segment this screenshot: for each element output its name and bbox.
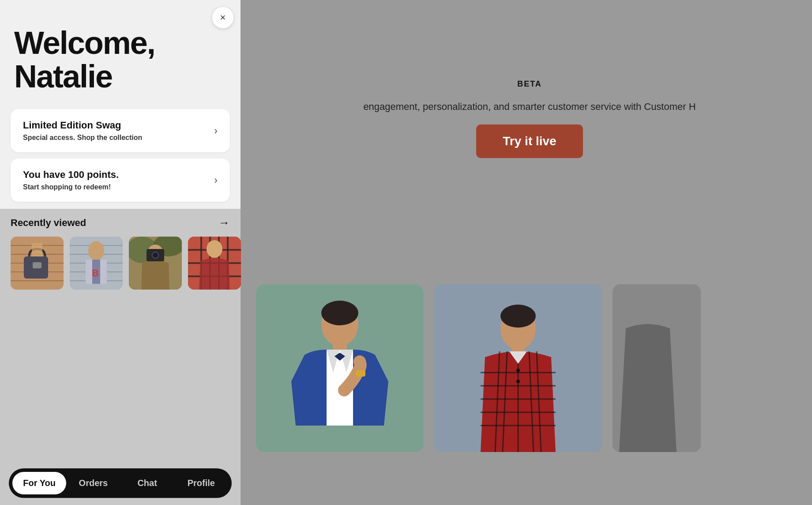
- welcome-line2: Natalie: [14, 59, 112, 94]
- svg-point-50: [153, 253, 158, 258]
- close-button[interactable]: ×: [212, 7, 233, 28]
- action-cards-container: Limited Edition Swag Special access. Sho…: [0, 102, 241, 209]
- recently-viewed-arrow[interactable]: →: [218, 216, 230, 230]
- nav-pill: For You Orders Chat Profile: [9, 468, 232, 498]
- svg-point-20: [516, 380, 520, 383]
- svg-rect-30: [33, 262, 41, 268]
- points-card-chevron: ›: [214, 174, 218, 186]
- welcome-section: Welcome, Natalie: [0, 0, 241, 102]
- nav-item-profile[interactable]: Profile: [174, 472, 228, 494]
- welcome-line1: Welcome,: [14, 25, 155, 60]
- action-card-swag[interactable]: Limited Edition Swag Special access. Sho…: [11, 109, 230, 152]
- points-card-subtitle: Start shopping to redeem!: [23, 183, 119, 191]
- thumbnails-row: B: [11, 237, 230, 290]
- nav-item-chat[interactable]: Chat: [120, 472, 174, 494]
- product-card-2[interactable]: [434, 284, 602, 452]
- thumbnail-2[interactable]: B: [70, 237, 123, 290]
- swag-card-title: Limited Edition Swag: [23, 120, 142, 131]
- products-row: [256, 284, 812, 452]
- nav-item-orders[interactable]: Orders: [66, 472, 120, 494]
- action-card-points[interactable]: You have 100 points. Start shopping to r…: [11, 158, 230, 202]
- svg-rect-40: [86, 260, 92, 284]
- points-card-title: You have 100 points.: [23, 169, 119, 181]
- svg-rect-4: [356, 370, 365, 377]
- side-panel: × Welcome, Natalie Limited Edition Swag …: [0, 0, 241, 505]
- swag-card-chevron: ›: [214, 124, 218, 137]
- svg-point-19: [516, 369, 520, 372]
- beta-section: BETA engagement, personalization, and sm…: [247, 79, 812, 158]
- bottom-nav: For You Orders Chat Profile: [0, 463, 241, 505]
- svg-point-7: [500, 305, 536, 328]
- recently-viewed-title: Recently viewed: [11, 217, 86, 229]
- try-it-live-button[interactable]: Try it live: [476, 124, 583, 158]
- beta-description: engagement, personalization, and smarter…: [363, 99, 695, 114]
- svg-point-2: [321, 301, 358, 325]
- nav-item-for-you[interactable]: For You: [12, 472, 66, 494]
- svg-point-59: [207, 240, 222, 258]
- svg-text:B: B: [92, 268, 99, 279]
- svg-rect-41: [100, 260, 107, 284]
- svg-rect-31: [32, 243, 42, 256]
- thumbnail-4[interactable]: [188, 237, 241, 290]
- swag-card-subtitle: Special access. Shop the collection: [23, 134, 142, 142]
- svg-point-38: [88, 241, 104, 260]
- thumbnail-1[interactable]: [11, 237, 64, 290]
- product-card-1[interactable]: [256, 284, 424, 452]
- product-card-3[interactable]: [613, 284, 701, 452]
- welcome-heading: Welcome, Natalie: [14, 26, 226, 93]
- recently-viewed-section: Recently viewed →: [0, 209, 241, 505]
- close-icon: ×: [220, 12, 226, 23]
- thumbnail-3[interactable]: [129, 237, 182, 290]
- beta-label: BETA: [517, 79, 542, 89]
